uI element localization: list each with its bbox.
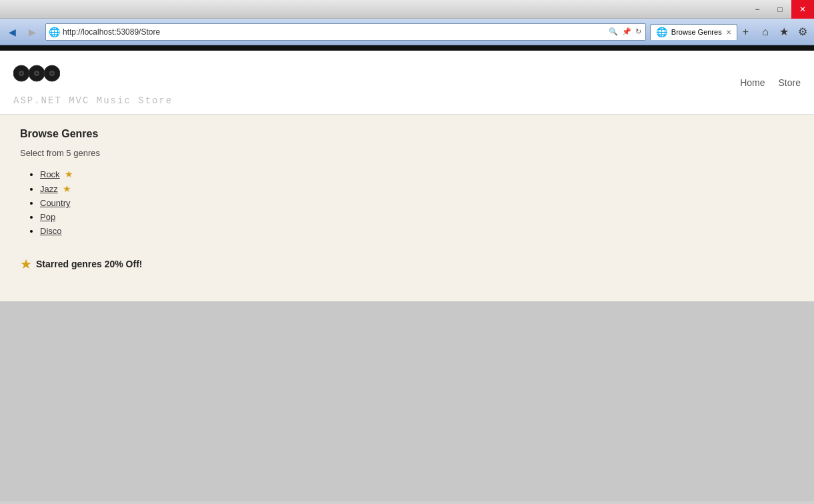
genre-list: Rock ★ Jazz ★ Country Pop Disco	[20, 169, 794, 236]
website-header: ASP.NET MVC Music Store Home Store	[0, 51, 814, 115]
close-button[interactable]: ✕	[791, 0, 814, 19]
site-title: ASP.NET MVC Music Store	[13, 95, 173, 106]
list-item: Jazz ★	[40, 183, 794, 194]
page-title: Browse Genres	[20, 128, 794, 140]
svg-point-5	[36, 73, 38, 75]
logo-area: ASP.NET MVC Music Store	[13, 59, 173, 106]
pin-button[interactable]: 📌	[621, 27, 633, 36]
logo-icon	[13, 59, 173, 93]
refresh-button[interactable]: ↻	[634, 27, 643, 36]
svg-point-8	[51, 73, 53, 75]
back-button[interactable]: ◀	[3, 23, 21, 41]
maximize-button[interactable]: □	[769, 0, 791, 19]
toolbar-right: ⌂ ★ ⚙	[757, 23, 811, 41]
svg-point-2	[21, 73, 23, 75]
genre-link-pop[interactable]: Pop	[40, 212, 55, 222]
address-input[interactable]	[63, 27, 607, 37]
minimize-button[interactable]: −	[746, 0, 769, 19]
genre-link-country[interactable]: Country	[40, 198, 71, 208]
genre-link-disco[interactable]: Disco	[40, 226, 62, 236]
forward-button[interactable]: ▶	[23, 23, 41, 41]
tab-favicon: 🌐	[656, 27, 667, 37]
settings-icon: ⚙	[798, 25, 807, 38]
top-nav: Home Store	[740, 77, 801, 88]
title-bar: − □ ✕	[0, 0, 814, 19]
browser-toolbar: ◀ ▶ 🌐 🔍 📌 ↻ 🌐 Browse Genres ✕ + ⌂ ★ ⚙	[0, 19, 814, 45]
promo-section: ★ Starred genres 20% Off!	[20, 256, 794, 272]
address-bar-actions: 🔍 📌 ↻	[607, 27, 643, 36]
promo-star-icon: ★	[20, 256, 32, 272]
footer-area	[0, 301, 814, 501]
promo-text: Starred genres 20% Off!	[36, 259, 143, 269]
forward-icon: ▶	[29, 27, 36, 37]
main-content: Browse Genres Select from 5 genres Rock …	[0, 115, 814, 301]
black-separator	[0, 45, 814, 51]
genre-link-jazz[interactable]: Jazz	[40, 184, 58, 194]
favorites-toolbar-button[interactable]: ★	[775, 23, 793, 41]
subtitle: Select from 5 genres	[20, 148, 794, 158]
list-item: Disco	[40, 226, 794, 236]
genre-link-rock[interactable]: Rock	[40, 169, 60, 179]
back-icon: ◀	[9, 27, 16, 37]
list-item: Rock ★	[40, 169, 794, 179]
list-item: Pop	[40, 212, 794, 222]
tab-close-button[interactable]: ✕	[726, 29, 731, 36]
settings-toolbar-button[interactable]: ⚙	[794, 23, 811, 41]
home-toolbar-button[interactable]: ⌂	[757, 23, 774, 41]
logo-svg	[13, 59, 60, 89]
search-button[interactable]: 🔍	[607, 27, 619, 36]
star-icon-jazz: ★	[63, 183, 71, 194]
home-icon: ⌂	[762, 26, 769, 38]
store-nav-link[interactable]: Store	[779, 77, 801, 88]
ie-favicon: 🌐	[49, 27, 60, 37]
browser-tab[interactable]: 🌐 Browse Genres ✕	[650, 24, 737, 40]
new-tab-button[interactable]: +	[739, 24, 753, 40]
list-item: Country	[40, 198, 794, 208]
favorites-icon: ★	[779, 25, 789, 38]
home-nav-link[interactable]: Home	[740, 77, 765, 88]
address-bar-container: 🌐 🔍 📌 ↻	[45, 23, 646, 41]
star-icon-rock: ★	[65, 169, 73, 179]
tab-label: Browse Genres	[671, 28, 722, 36]
